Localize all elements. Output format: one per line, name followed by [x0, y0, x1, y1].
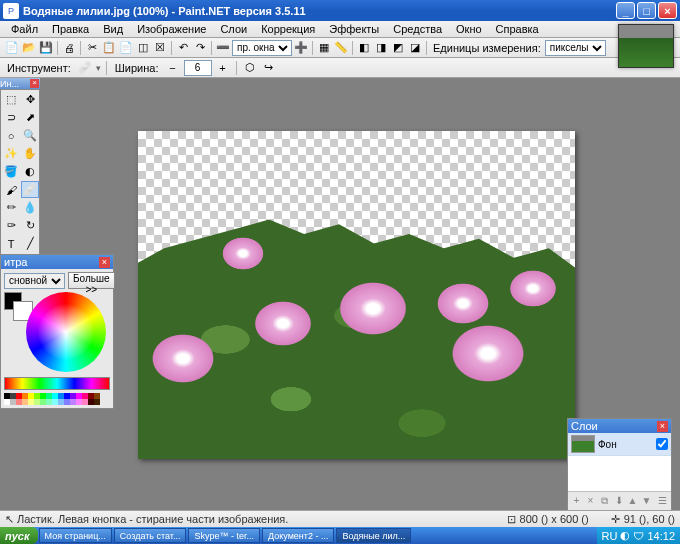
taskbar-item[interactable]: Создать стат...: [114, 528, 187, 543]
zoom-in-icon[interactable]: ➕: [293, 40, 309, 56]
menu-help[interactable]: Справка: [489, 22, 546, 36]
recolor-tool[interactable]: ↻: [21, 217, 39, 234]
units-select[interactable]: пикселы: [545, 40, 606, 56]
tools-close-icon[interactable]: ×: [30, 79, 39, 88]
layer-visible-checkbox[interactable]: [656, 438, 668, 450]
menu-image[interactable]: Изображение: [130, 22, 213, 36]
menu-edit[interactable]: Правка: [45, 22, 96, 36]
layers-close-icon[interactable]: ×: [657, 421, 668, 432]
menu-file[interactable]: Файл: [4, 22, 45, 36]
menu-view[interactable]: Вид: [96, 22, 130, 36]
bucket-tool[interactable]: 🪣: [2, 163, 20, 180]
taskbar-item[interactable]: Документ2 - ...: [262, 528, 334, 543]
tray-icon[interactable]: ◐: [620, 529, 630, 542]
current-tool-icon[interactable]: 🩹: [77, 60, 93, 76]
color-close-icon[interactable]: ×: [99, 257, 110, 268]
minimize-button[interactable]: _: [616, 2, 635, 19]
palette-swatch[interactable]: [94, 399, 100, 405]
picker-tool[interactable]: 💧: [21, 199, 39, 216]
navigator-thumbnail[interactable]: [618, 24, 674, 68]
primary-color-select[interactable]: сновной: [4, 273, 65, 289]
deselect-icon[interactable]: ☒: [152, 40, 168, 56]
hue-slider[interactable]: [4, 377, 110, 390]
pencil-tool[interactable]: ✏: [2, 199, 20, 216]
new-icon[interactable]: 📄: [4, 40, 20, 56]
cut-icon[interactable]: ✂: [84, 40, 100, 56]
lang-indicator[interactable]: RU: [602, 530, 618, 542]
undo-icon[interactable]: ↶: [175, 40, 191, 56]
move-selection-tool[interactable]: ⬈: [21, 109, 39, 126]
panel-icon[interactable]: ◪: [407, 40, 423, 56]
panel-icon[interactable]: ◨: [373, 40, 389, 56]
maximize-button[interactable]: □: [637, 2, 656, 19]
duplicate-layer-icon[interactable]: ⧉: [598, 495, 611, 508]
zoom-tool[interactable]: 🔍: [21, 127, 39, 144]
rect-select-tool[interactable]: ⬚: [2, 91, 20, 108]
open-icon[interactable]: 📂: [21, 40, 37, 56]
more-button[interactable]: Больше >>: [68, 272, 115, 289]
move-down-icon[interactable]: ▼: [640, 495, 653, 508]
taskbar-item[interactable]: Водяные лил...: [336, 528, 411, 543]
print-icon[interactable]: 🖨: [61, 40, 77, 56]
panel-icon[interactable]: ◧: [356, 40, 372, 56]
move-up-icon[interactable]: ▲: [626, 495, 639, 508]
start-button[interactable]: пуск: [0, 527, 38, 544]
lily-flower: [215, 232, 271, 276]
foreground-swatch[interactable]: [4, 292, 22, 310]
text-tool[interactable]: T: [2, 235, 20, 252]
crop-icon[interactable]: ◫: [135, 40, 151, 56]
taskbar-item[interactable]: Skype™ - ter...: [188, 528, 260, 543]
antialias-icon[interactable]: ⬡: [242, 60, 258, 76]
gradient-tool[interactable]: ◐: [21, 163, 39, 180]
taskbar-item[interactable]: Моя страниц...: [39, 528, 112, 543]
tray-icon[interactable]: 🛡: [633, 530, 644, 542]
color-wheel[interactable]: [26, 292, 106, 372]
wand-tool[interactable]: ✨: [2, 145, 20, 162]
eraser-tool[interactable]: 🩹: [21, 181, 39, 198]
menu-tools[interactable]: Средства: [386, 22, 449, 36]
menu-layers[interactable]: Слои: [213, 22, 254, 36]
window-title: Водяные лилии.jpg (100%) - Paint.NET вер…: [23, 5, 616, 17]
copy-icon[interactable]: 📋: [101, 40, 117, 56]
color-palette[interactable]: [4, 393, 110, 405]
zoom-out-icon[interactable]: ➖: [215, 40, 231, 56]
cursor-icon: ↖: [5, 513, 14, 526]
menu-window[interactable]: Окно: [449, 22, 489, 36]
close-button[interactable]: ×: [658, 2, 677, 19]
ruler-icon[interactable]: 📏: [333, 40, 349, 56]
line-tool[interactable]: ╱: [21, 235, 39, 252]
menu-effects[interactable]: Эффекты: [322, 22, 386, 36]
status-hint: Ластик. Левая кнопка - стирание части из…: [17, 513, 288, 525]
system-tray[interactable]: RU ◐ 🛡 14:12: [597, 527, 680, 544]
clone-tool[interactable]: ✑: [2, 217, 20, 234]
separator: [171, 41, 172, 55]
delete-layer-icon[interactable]: ×: [584, 495, 597, 508]
save-icon[interactable]: 💾: [38, 40, 54, 56]
color-titlebar[interactable]: итра ×: [1, 255, 113, 269]
pan-tool[interactable]: ✋: [21, 145, 39, 162]
add-layer-icon[interactable]: +: [570, 495, 583, 508]
grid-icon[interactable]: ▦: [316, 40, 332, 56]
paste-icon[interactable]: 📄: [118, 40, 134, 56]
brush-tool[interactable]: 🖌: [2, 181, 20, 198]
redo-icon[interactable]: ↷: [192, 40, 208, 56]
move-tool[interactable]: ✥: [21, 91, 39, 108]
merge-layer-icon[interactable]: ⬇: [612, 495, 625, 508]
panel-icon[interactable]: ◩: [390, 40, 406, 56]
canvas[interactable]: [138, 131, 575, 459]
layer-props-icon[interactable]: ☰: [656, 495, 669, 508]
brush-width-input[interactable]: [184, 60, 212, 76]
menu-adjust[interactable]: Коррекция: [254, 22, 322, 36]
ellipse-select-tool[interactable]: ○: [2, 127, 20, 144]
tools-titlebar[interactable]: Ин... ×: [0, 78, 40, 89]
zoom-select[interactable]: пр. окна: [232, 40, 292, 56]
width-increase-icon[interactable]: +: [215, 60, 231, 76]
clock[interactable]: 14:12: [647, 530, 675, 542]
blend-icon[interactable]: ↪: [261, 60, 277, 76]
lasso-tool[interactable]: ⊃: [2, 109, 20, 126]
dropdown-arrow-icon[interactable]: ▾: [96, 63, 101, 73]
color-title: итра: [4, 256, 27, 268]
layers-titlebar[interactable]: Слои ×: [568, 419, 671, 433]
layer-row[interactable]: Фон: [568, 433, 671, 456]
width-decrease-icon[interactable]: −: [165, 60, 181, 76]
